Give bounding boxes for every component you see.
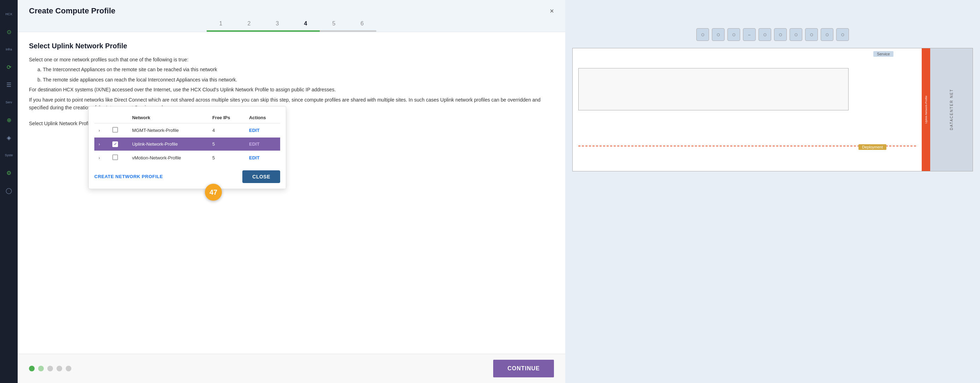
diagram-left: Service Deployment <box>573 48 922 171</box>
uplink-bar: Uplink-Network-Profile <box>922 48 930 171</box>
row-checkbox[interactable] <box>112 155 118 160</box>
step-3-label: 3 <box>276 21 279 30</box>
diagram-hex-3: ⬡ <box>727 28 740 41</box>
sidebar-item-infra[interactable]: Infra <box>2 42 16 57</box>
network-name-uplink: Uplink-Network-Profile <box>128 138 208 151</box>
expand-arrow-icon[interactable]: › <box>99 155 100 160</box>
table-row: › vMotion-Network-Profile 5 EDIT <box>94 150 280 165</box>
modal-title: Create Compute Profile <box>29 6 116 16</box>
diagram-hex-10: ⬡ <box>836 28 849 41</box>
sidebar-infra-label: Infra <box>6 47 12 52</box>
service-label: Service <box>873 51 893 57</box>
continue-button[interactable]: CONTINUE <box>493 360 554 377</box>
step-6: 6 <box>348 21 376 32</box>
col-free-ips: Free IPs <box>208 112 245 123</box>
step-4-bar <box>291 30 320 32</box>
step-2-bar <box>235 30 263 32</box>
free-ips-mgmt: 4 <box>208 123 245 138</box>
sidebar-item-icon5[interactable]: ⚙ <box>2 166 16 180</box>
step-6-bar <box>348 30 376 32</box>
sidebar-syste-label: Syste <box>5 154 13 157</box>
create-compute-profile-modal: Create Compute Profile × 1 2 3 4 5 <box>18 0 565 383</box>
col-network: Network <box>128 112 208 123</box>
step-2: 2 <box>235 21 263 32</box>
network-name-vmotion: vMotion-Network-Profile <box>128 150 208 165</box>
step-2-label: 2 <box>248 21 251 30</box>
edit-link-mgmt[interactable]: EDIT <box>249 128 260 133</box>
action-bar: CONTINUE 48 <box>18 354 565 383</box>
sidebar-item-icon1[interactable]: ⟳ <box>2 60 16 74</box>
sidebar-item-icon3[interactable]: ⊕ <box>2 113 16 127</box>
description-2a: a. The Interconnect Appliances on the re… <box>37 66 554 73</box>
progress-dot-4 <box>57 366 62 371</box>
description-1: Select one or more network profiles such… <box>29 56 554 63</box>
profile-label: Select Uplink Network Profile <box>29 120 93 126</box>
expand-arrow-icon[interactable]: › <box>99 128 100 133</box>
progress-dots <box>29 366 72 371</box>
steps-row: 1 2 3 4 5 6 <box>18 16 565 32</box>
diagram-panel: ⬡ ⬡ ⬡ ↔ ⬡ ⬡ ⬡ ⬡ ⬡ ⬡ Service Deployment U… <box>565 0 980 383</box>
row-checkbox[interactable] <box>112 127 118 133</box>
diagram-main-area: Service Deployment Uplink-Network-Profil… <box>572 48 973 171</box>
step-4-label: 4 <box>304 21 307 30</box>
edit-link-uplink[interactable]: EDIT <box>249 141 260 147</box>
description-2b: b. The remote side appliances can reach … <box>37 76 554 84</box>
diagram-hex-6: ⬡ <box>774 28 787 41</box>
step-1: 1 <box>207 21 235 32</box>
close-modal-button[interactable]: × <box>550 7 554 14</box>
progress-dot-1 <box>29 366 35 371</box>
create-network-profile-link[interactable]: CREATE NETWORK PROFILE <box>94 174 163 179</box>
diagram-hex-1: ⬡ <box>696 28 709 41</box>
network-table: Network Free IPs Actions › MGMT-Network-… <box>94 112 280 165</box>
step-4[interactable]: 4 <box>291 21 320 32</box>
sidebar-item-icon4[interactable]: ◈ <box>2 130 16 145</box>
diagram-right: DATACENTER NET <box>930 48 972 171</box>
diagram-hex-2: ⬡ <box>712 28 725 41</box>
table-row: › Uplink-Network-Profile 5 EDIT <box>94 138 280 151</box>
network-name-mgmt: MGMT-Network-Profile <box>128 123 208 138</box>
free-ips-uplink: 5 <box>208 138 245 151</box>
diagram-hex-4: ↔ <box>743 28 756 41</box>
diagram-hex-9: ⬡ <box>821 28 834 41</box>
table-footer: CREATE NETWORK PROFILE CLOSE <box>94 170 280 183</box>
sidebar-hcx-label: HCX <box>5 12 12 16</box>
step-1-label: 1 <box>220 21 223 30</box>
expand-arrow-icon[interactable]: › <box>99 142 100 147</box>
sidebar: HCX ⊙ Infra ⟳ ☰ Serv ⊕ ◈ Syste ⚙ ◯ <box>0 0 18 383</box>
free-ips-vmotion: 5 <box>208 150 245 165</box>
sidebar-item-icon6[interactable]: ◯ <box>2 184 16 198</box>
step-6-label: 6 <box>361 21 364 30</box>
diagram-hex-7: ⬡ <box>789 28 802 41</box>
diagram-hex-5: ⬡ <box>759 28 771 41</box>
sidebar-item-syste[interactable]: Syste <box>2 148 16 162</box>
datacenter-label: DATACENTER NET <box>950 89 953 130</box>
step-3: 3 <box>263 21 291 32</box>
col-expand <box>94 112 108 123</box>
col-actions: Actions <box>245 112 280 123</box>
progress-dot-2 <box>38 366 44 371</box>
step-5-label: 5 <box>332 21 336 30</box>
sidebar-item-serv[interactable]: Serv <box>2 95 16 109</box>
deployment-label: Deployment <box>859 144 886 150</box>
uplink-bar-label: Uplink-Network-Profile <box>924 96 928 124</box>
row-checkbox[interactable] <box>112 141 118 147</box>
diagram-hex-8: ⬡ <box>805 28 818 41</box>
diagram-icons-row: ⬡ ⬡ ⬡ ↔ ⬡ ⬡ ⬡ ⬡ ⬡ ⬡ <box>572 28 973 41</box>
modal-body: Select Uplink Network Profile Select one… <box>18 32 565 354</box>
description-3: For destination HCX systems (IX/NE) acce… <box>29 86 554 93</box>
sidebar-item-hcx[interactable]: HCX <box>2 7 16 21</box>
step-5: 5 <box>320 21 348 32</box>
sidebar-item-icon2[interactable]: ☰ <box>2 78 16 92</box>
progress-dot-3 <box>47 366 53 371</box>
progress-dot-5 <box>66 366 72 371</box>
sidebar-serv-label: Serv <box>6 101 13 104</box>
network-profile-dropdown: Network Free IPs Actions › MGMT-Network-… <box>88 106 286 189</box>
close-button[interactable]: CLOSE <box>242 170 280 183</box>
section-title: Select Uplink Network Profile <box>29 42 554 50</box>
col-checkbox <box>108 112 128 123</box>
sidebar-item-dashboard[interactable]: ⊙ <box>2 25 16 39</box>
badge-47-label: 47 <box>210 188 217 196</box>
modal-header: Create Compute Profile × 1 2 3 4 5 <box>18 0 565 32</box>
table-row: › MGMT-Network-Profile 4 EDIT <box>94 123 280 138</box>
edit-link-vmotion[interactable]: EDIT <box>249 155 260 160</box>
